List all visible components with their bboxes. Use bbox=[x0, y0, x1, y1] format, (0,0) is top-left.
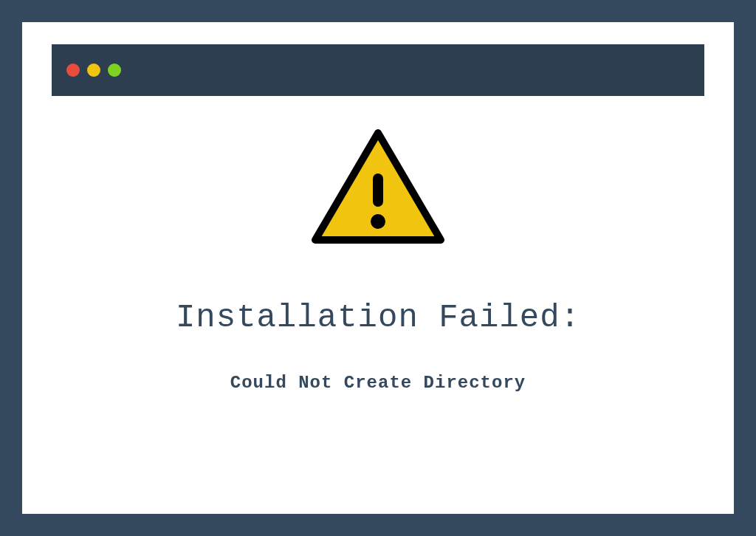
warning-triangle-icon bbox=[308, 126, 448, 255]
svg-point-1 bbox=[371, 214, 385, 229]
error-heading: Installation Failed: bbox=[176, 299, 580, 336]
close-icon[interactable] bbox=[66, 63, 80, 77]
window-titlebar bbox=[52, 44, 704, 96]
svg-rect-0 bbox=[373, 173, 383, 207]
minimize-icon[interactable] bbox=[87, 63, 100, 77]
error-content: Installation Failed: Could Not Create Di… bbox=[22, 96, 734, 393]
error-window: Installation Failed: Could Not Create Di… bbox=[22, 22, 734, 514]
maximize-icon[interactable] bbox=[108, 63, 121, 77]
error-message: Could Not Create Directory bbox=[230, 373, 526, 393]
